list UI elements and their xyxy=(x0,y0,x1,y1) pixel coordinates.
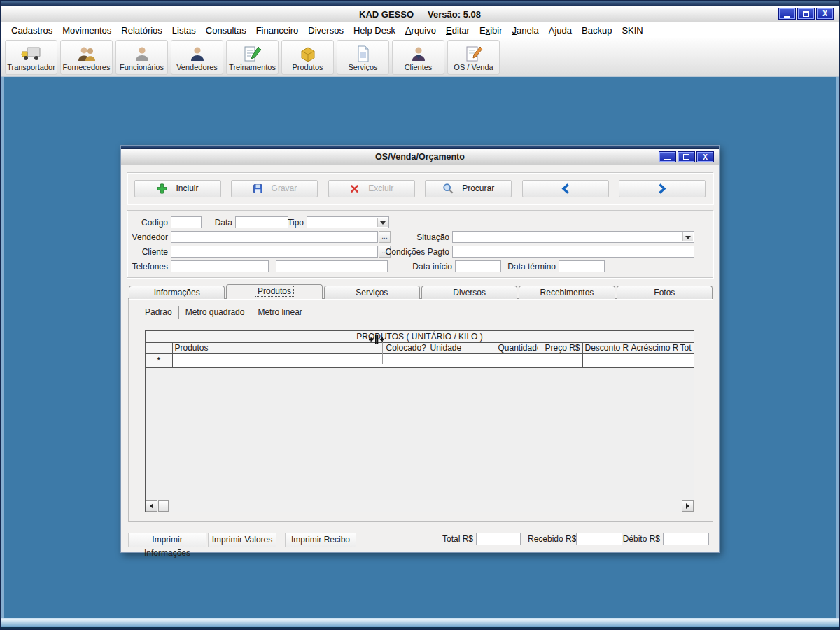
subtab-padrao[interactable]: Padrão xyxy=(139,306,179,319)
menu-cadastros[interactable]: Cadastros xyxy=(6,24,57,37)
grid-col-colocado[interactable]: Colocado? xyxy=(384,342,428,354)
telefone2-input[interactable] xyxy=(276,260,388,272)
chevron-down-icon[interactable] xyxy=(377,218,388,227)
subtab-metro-quadrado[interactable]: Metro quadrado xyxy=(179,306,252,319)
toolbar-produtos-button[interactable]: Produtos xyxy=(281,40,334,75)
tab-servicos[interactable]: Serviços xyxy=(324,286,420,299)
toolbar-funcionarios-button[interactable]: Funcionários xyxy=(115,40,168,75)
dialog-maximize-button[interactable] xyxy=(678,151,695,162)
scroll-right-button[interactable] xyxy=(682,500,694,512)
debito-input[interactable] xyxy=(663,533,709,545)
tab-diversos[interactable]: Diversos xyxy=(421,286,517,299)
button-label: Incluir xyxy=(176,183,198,193)
data-inicio-label: Data início xyxy=(407,261,452,273)
menu-consultas[interactable]: Consultas xyxy=(201,24,251,37)
next-record-button[interactable] xyxy=(619,180,706,197)
grid-cell[interactable] xyxy=(172,354,384,368)
toolbar-transportador-button[interactable]: Transportador xyxy=(5,40,57,75)
subtab-metro-linear[interactable]: Metro linear xyxy=(251,306,309,319)
maximize-button[interactable] xyxy=(797,8,815,20)
menu-financeiro[interactable]: Financeiro xyxy=(251,24,304,37)
dialog-minimize-button[interactable] xyxy=(659,151,676,162)
imprimir-recibo-button[interactable]: Imprimir Recibo xyxy=(285,533,356,547)
menu-diversos[interactable]: Diversos xyxy=(303,24,349,37)
chevron-left-icon xyxy=(561,183,570,194)
grid-col-preco[interactable]: Preço R$ xyxy=(538,342,582,354)
tab-label: Diversos xyxy=(453,288,486,298)
toolbar-clientes-button[interactable]: Clientes xyxy=(392,40,444,75)
search-icon xyxy=(442,183,454,194)
chevron-down-icon[interactable] xyxy=(682,232,693,241)
previous-record-button[interactable] xyxy=(522,180,609,197)
menu-janela[interactable]: Janela xyxy=(507,24,543,37)
grid-col-total[interactable]: Tot xyxy=(678,342,694,354)
codigo-input[interactable] xyxy=(171,216,202,228)
recebido-input[interactable] xyxy=(576,533,622,545)
condicoes-pagto-input[interactable] xyxy=(452,246,694,258)
toolbar-os-venda-button[interactable]: OS / Venda xyxy=(447,40,500,75)
toolbar-treinamentos-button[interactable]: Treinamentos xyxy=(226,40,279,75)
grid-col-desconto[interactable]: Desconto R$ xyxy=(582,342,629,354)
toolbar-label: Treinamentos xyxy=(229,63,276,71)
menu-movimentos[interactable]: Movimentos xyxy=(57,24,116,37)
imprimir-valores-button[interactable]: Imprimir Valores xyxy=(208,533,276,547)
menu-listas[interactable]: Listas xyxy=(167,24,201,37)
tab-informacoes[interactable]: Informações xyxy=(129,286,225,299)
dialog-close-button[interactable]: X xyxy=(696,151,714,162)
vendedor-lookup-button[interactable]: ... xyxy=(379,231,391,243)
menu-help-desk[interactable]: Help Desk xyxy=(349,24,400,37)
data-termino-input[interactable] xyxy=(559,260,605,272)
cliente-input[interactable] xyxy=(171,246,378,258)
grid-cell[interactable] xyxy=(496,354,538,368)
data-termino-label: Data término xyxy=(505,261,556,273)
grid-cell[interactable] xyxy=(384,354,428,368)
grid-col-selector[interactable] xyxy=(146,342,172,354)
minimize-button[interactable] xyxy=(778,8,796,20)
grid-cell[interactable] xyxy=(428,354,496,368)
grid-col-acrescimo[interactable]: Acréscimo R$ xyxy=(629,342,678,354)
tab-recebimentos[interactable]: Recebimentos xyxy=(519,286,615,299)
vendedor-input[interactable] xyxy=(171,231,378,243)
procurar-button[interactable]: Procurar xyxy=(425,180,512,197)
grid-col-unidade[interactable]: Unidade xyxy=(428,342,496,354)
dialog-titlebar[interactable]: OS/Venda/Orçamento X xyxy=(121,149,719,165)
imprimir-informacoes-button[interactable]: Imprimir Informações xyxy=(128,533,206,547)
grid-cell[interactable] xyxy=(629,354,678,368)
col-resize-cursor xyxy=(369,335,384,344)
telefone1-input[interactable] xyxy=(171,260,269,272)
condicoes-pagto-label: Condições Pagto xyxy=(379,246,449,258)
menu-ajuda[interactable]: Ajuda xyxy=(544,24,577,37)
grid-cell[interactable] xyxy=(678,354,694,368)
toolbar-servicos-button[interactable]: Serviços xyxy=(337,40,389,75)
menu-skin[interactable]: SKIN xyxy=(617,24,648,37)
grid-cell[interactable] xyxy=(538,354,582,368)
tipo-combobox[interactable] xyxy=(307,216,389,228)
tab-produtos[interactable]: Produtos xyxy=(226,284,322,299)
new-record-marker[interactable]: * xyxy=(146,354,172,368)
menu-exibir[interactable]: Exibir xyxy=(475,24,507,37)
excluir-button[interactable]: Excluir xyxy=(328,180,415,197)
grid-col-quantidade[interactable]: Quantidade xyxy=(496,342,538,354)
scrollbar-thumb[interactable] xyxy=(158,500,169,512)
main-toolbar: Transportador Fornecedores Funcionários … xyxy=(1,38,839,77)
app-titlebar[interactable]: KAD GESSO Versão: 5.08 X xyxy=(1,6,839,22)
grid-col-produtos[interactable]: Produtos xyxy=(172,342,384,354)
toolbar-vendedores-button[interactable]: Vendedores xyxy=(171,40,223,75)
incluir-button[interactable]: Incluir xyxy=(134,180,221,197)
menu-arquivo[interactable]: Arquivo xyxy=(400,24,441,37)
menu-editar[interactable]: Editar xyxy=(441,24,475,37)
situacao-combobox[interactable] xyxy=(452,231,694,243)
close-button[interactable]: X xyxy=(816,8,834,20)
toolbar-fornecedores-button[interactable]: Fornecedores xyxy=(60,40,113,75)
total-input[interactable] xyxy=(476,533,521,545)
grid-cell[interactable] xyxy=(582,354,629,368)
data-inicio-input[interactable] xyxy=(455,260,501,272)
menu-relatorios[interactable]: Relatórios xyxy=(116,24,167,37)
subtab-strip: Padrão Metro quadrado Metro linear xyxy=(139,306,309,319)
gravar-button[interactable]: Gravar xyxy=(231,180,318,197)
grid-horizontal-scrollbar[interactable] xyxy=(146,500,694,512)
scroll-left-button[interactable] xyxy=(146,500,158,512)
delete-x-icon xyxy=(349,183,360,194)
menu-backup[interactable]: Backup xyxy=(577,24,617,37)
tab-fotos[interactable]: Fotos xyxy=(617,286,713,299)
